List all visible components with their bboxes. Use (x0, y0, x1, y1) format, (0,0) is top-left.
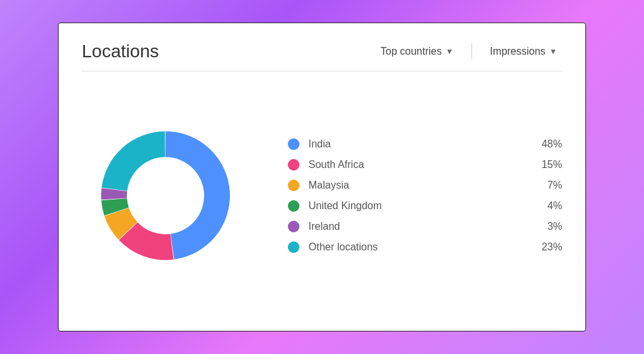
page-title: Locations (82, 41, 375, 62)
legend-color-dot (288, 138, 299, 150)
top-countries-dropdown[interactable]: Top countries ▼ (375, 43, 459, 60)
list-item: Other locations23% (288, 241, 562, 253)
legend-label: Malaysia (308, 180, 527, 191)
list-item: Malaysia7% (288, 180, 562, 191)
legend-color-dot (288, 159, 299, 171)
legend-label: South Africa (308, 159, 527, 171)
list-item: South Africa15% (288, 159, 562, 171)
list-item: Ireland3% (288, 221, 562, 232)
vertical-divider (471, 44, 472, 59)
impressions-dropdown[interactable]: Impressions ▼ (485, 43, 562, 60)
locations-card: Locations Top countries ▼ Impressions ▼ … (58, 23, 586, 331)
legend-value: 48% (536, 138, 562, 150)
legend-value: 7% (536, 180, 562, 191)
legend-color-dot (288, 180, 299, 191)
chart-segment (102, 131, 166, 191)
donut-chart (82, 112, 249, 279)
header-controls: Top countries ▼ Impressions ▼ (375, 43, 562, 60)
list-item: India48% (288, 138, 562, 150)
card-header: Locations Top countries ▼ Impressions ▼ (82, 41, 562, 71)
legend-value: 3% (536, 221, 562, 232)
impressions-label: Impressions (490, 46, 545, 57)
legend-label: United Kingdom (308, 200, 527, 212)
top-countries-label: Top countries (381, 46, 442, 57)
donut-chart-svg (88, 118, 243, 273)
legend-label: India (308, 138, 527, 150)
legend-value: 4% (536, 200, 562, 212)
legend-color-dot (288, 200, 299, 212)
chevron-down-icon: ▼ (446, 47, 453, 56)
legend-label: Ireland (308, 221, 527, 232)
legend-color-dot (288, 221, 299, 232)
legend-label: Other locations (308, 241, 527, 253)
list-item: United Kingdom4% (288, 200, 562, 212)
legend-color-dot (288, 241, 299, 253)
legend: India48%South Africa15%Malaysia7%United … (275, 138, 562, 253)
legend-value: 23% (536, 241, 562, 253)
chart-segment (166, 131, 230, 259)
chevron-down-icon-2: ▼ (549, 47, 557, 56)
legend-value: 15% (536, 159, 562, 171)
card-body: India48%South Africa15%Malaysia7%United … (82, 78, 562, 313)
